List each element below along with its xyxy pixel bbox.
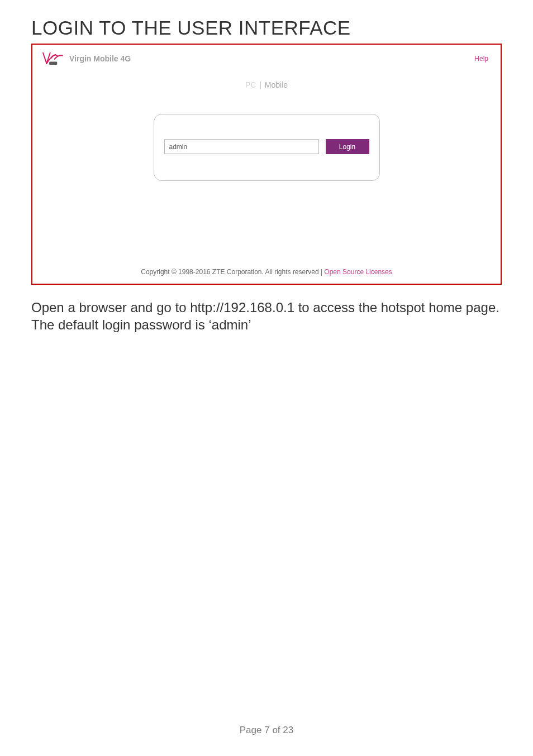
login-box: Login bbox=[154, 114, 380, 181]
login-button[interactable]: Login bbox=[326, 139, 369, 154]
view-tabs: PC | Mobile bbox=[32, 80, 501, 89]
tab-separator: | bbox=[259, 80, 261, 89]
virgin-logo-icon bbox=[40, 50, 67, 67]
screenshot-header: Virgin Mobile 4G Help bbox=[32, 45, 501, 73]
screenshot-footer: Copyright © 1998-2016 ZTE Corporation. A… bbox=[32, 268, 501, 276]
login-screenshot-frame: Virgin Mobile 4G Help PC | Mobile Login … bbox=[31, 44, 502, 285]
password-input[interactable] bbox=[164, 139, 319, 154]
instruction-line-1: Open a browser and go to http://192.168.… bbox=[31, 299, 502, 317]
instruction-line-2: The default login password is ‘admin’ bbox=[31, 317, 502, 334]
page-number: Page 7 of 23 bbox=[0, 725, 533, 736]
open-source-link[interactable]: Open Source Licenses bbox=[324, 268, 392, 276]
copyright-text: Copyright © 1998-2016 ZTE Corporation. A… bbox=[141, 268, 318, 276]
help-link[interactable]: Help bbox=[474, 55, 488, 63]
brand-text: Virgin Mobile 4G bbox=[69, 54, 131, 63]
instruction-text: Open a browser and go to http://192.168.… bbox=[31, 299, 502, 333]
tab-mobile[interactable]: Mobile bbox=[265, 80, 288, 89]
brand-block: Virgin Mobile 4G bbox=[40, 50, 131, 67]
svg-rect-0 bbox=[49, 62, 57, 65]
page-heading: LOGIN TO THE USER INTERFACE bbox=[31, 17, 502, 39]
tab-pc[interactable]: PC bbox=[245, 80, 256, 89]
footer-separator: | bbox=[319, 268, 325, 276]
